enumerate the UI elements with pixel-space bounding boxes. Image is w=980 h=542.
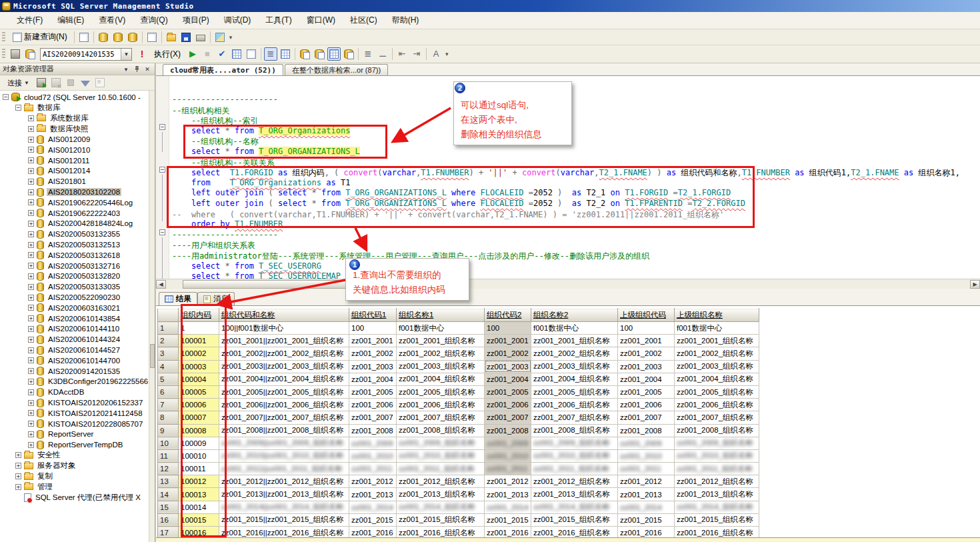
grid-cell[interactable]: zz001_2009: [485, 437, 531, 449]
tree-expander-icon[interactable]: +: [28, 431, 34, 437]
tree-expander-icon[interactable]: +: [28, 263, 34, 269]
tree-expander-icon[interactable]: +: [28, 221, 34, 227]
grid-cell[interactable]: zz001_2001_组织名称: [531, 335, 618, 347]
tree-item[interactable]: +AIS20200610143854: [0, 313, 149, 324]
tree-item[interactable]: +AIS20200522090230: [0, 292, 149, 303]
increase-indent-icon[interactable]: ⇥: [410, 47, 423, 61]
column-header[interactable]: 组织代码和名称: [219, 309, 349, 322]
grid-cell[interactable]: zz001_2012: [485, 475, 531, 488]
sql-editor[interactable]: − − − ------------------------组织机构相关 --组…: [156, 75, 980, 279]
tree-expander-icon[interactable]: +: [15, 473, 21, 479]
scrollbar-thumb[interactable]: [183, 280, 369, 289]
tree-item[interactable]: +AIS0012009: [0, 134, 149, 145]
tree-expander-icon[interactable]: +: [28, 179, 34, 185]
grid-cell[interactable]: zz001_2009_组织名称: [531, 437, 618, 449]
disconnect-icon[interactable]: [23, 47, 37, 61]
tree-expander-icon[interactable]: +: [28, 189, 34, 195]
connect-button[interactable]: 连接 ▼: [3, 76, 33, 89]
grid-cell[interactable]: zz001_2001: [485, 335, 531, 347]
row-number-cell[interactable]: 16: [158, 513, 179, 526]
grid-cell[interactable]: zz001_2010_组织名称: [675, 449, 759, 462]
object-explorer-scrollbar[interactable]: [149, 91, 155, 542]
tree-expander-icon[interactable]: +: [28, 157, 34, 163]
results-to-text-icon[interactable]: [313, 47, 326, 61]
row-number-cell[interactable]: 7: [158, 399, 179, 411]
results-grid[interactable]: 组织内码组织代码和名称组织代码1组织名称1组织代码2组织名称2上级组织代码上级组…: [157, 308, 759, 537]
tree-item[interactable]: +管理: [0, 481, 149, 492]
grid-cell[interactable]: 100: [618, 322, 675, 335]
tree-item[interactable]: +AIS20200503132820: [0, 271, 149, 282]
row-number-cell[interactable]: 15: [158, 501, 179, 513]
tree-expander-icon[interactable]: +: [28, 231, 34, 237]
results-tab-results[interactable]: 结果: [159, 292, 197, 305]
grid-cell[interactable]: zz001_2003: [618, 360, 675, 373]
grid-cell[interactable]: zz001_2004_组织名称: [675, 373, 759, 385]
tree-item[interactable]: +AIS20200914201535: [0, 366, 149, 377]
grid-cell[interactable]: zz001_2010||zz001_2010_组织名称: [219, 449, 349, 462]
grid-cell[interactable]: zz001_2008: [618, 424, 675, 437]
grid-cell[interactable]: zz001_2007: [618, 411, 675, 424]
tree-item[interactable]: −cloud72 (SQL Server 10.50.1600 -: [0, 92, 149, 103]
tree-expander-icon[interactable]: +: [28, 400, 34, 406]
menu-item[interactable]: 查看(V): [91, 13, 133, 28]
row-number-cell[interactable]: 14: [158, 488, 179, 501]
grid-cell[interactable]: zz001_2008||zz001_2008_组织名称: [219, 424, 349, 437]
print-icon[interactable]: [194, 31, 207, 44]
grid-cell[interactable]: zz001_2002||zz001_2002_组织名称: [219, 347, 349, 360]
grid-cell[interactable]: zz001_2006: [349, 399, 397, 411]
tree-item[interactable]: +AIS201801: [0, 176, 149, 187]
execute-button[interactable]: 执行(X): [150, 47, 185, 61]
grid-cell[interactable]: f001数据中心: [531, 322, 618, 335]
grid-cell[interactable]: zz001_2005||zz001_2005_组织名称: [219, 385, 349, 398]
grid-cell[interactable]: zz001_2006_组织名称: [675, 399, 759, 411]
grid-cell[interactable]: zz001_2011: [485, 463, 531, 475]
grid-cell[interactable]: zz001_2016: [618, 527, 675, 538]
grid-cell[interactable]: zz001_2016||zz001_2016_组织名称: [219, 527, 349, 538]
document-tab[interactable]: 在整个数据库检索...or (87)): [285, 64, 388, 75]
combo-dropdown-icon[interactable]: ▼: [121, 49, 131, 60]
tree-item[interactable]: +KDAcctDB: [0, 387, 149, 397]
grid-cell[interactable]: zz001_2014: [618, 501, 675, 513]
tree-item[interactable]: SQL Server 代理(已禁用代理 X: [0, 492, 149, 503]
new-query-button[interactable]: 新建查询(N): [9, 31, 71, 44]
grid-cell[interactable]: zz001_2006_组织名称: [397, 399, 485, 411]
copy-page-icon[interactable]: [145, 31, 159, 44]
tree-expander-icon[interactable]: +: [28, 368, 34, 374]
grid-cell[interactable]: zz001_2011: [618, 463, 675, 475]
grid-cell[interactable]: zz001_2016: [485, 527, 531, 538]
grid-cell[interactable]: zz001_2004: [485, 373, 531, 385]
row-number-cell[interactable]: 2: [158, 335, 179, 347]
toolbar-overflow-icon[interactable]: ▾: [227, 34, 235, 41]
row-number-cell[interactable]: 5: [158, 373, 179, 385]
open-folder-icon[interactable]: [165, 31, 178, 44]
tree-item[interactable]: +AIS20200610144527: [0, 345, 149, 355]
tree-item[interactable]: +KISTOAIS20120206152337: [0, 397, 149, 408]
grid-cell[interactable]: zz001_2015_组织名称: [531, 513, 618, 526]
row-number-cell[interactable]: 17: [158, 527, 179, 538]
tree-item[interactable]: +AIS20200503132513: [0, 239, 149, 250]
tree-expander-icon[interactable]: +: [28, 379, 34, 385]
org-code-cell[interactable]: 100008: [179, 424, 219, 437]
object-explorer-tree[interactable]: −cloud72 (SQL Server 10.50.1600 -−数据库+系统…: [0, 91, 149, 542]
grid-cell[interactable]: zz001_2007_组织名称: [675, 411, 759, 424]
tree-item[interactable]: +KISTOAIS20120214112458: [0, 408, 149, 419]
tree-expander-icon[interactable]: +: [28, 284, 34, 290]
available-databases-combo[interactable]: AIS20200914201535 ▼: [40, 48, 132, 61]
tree-item[interactable]: +服务器对象: [0, 461, 149, 471]
menu-item[interactable]: 帮助(H): [385, 13, 427, 28]
grid-cell[interactable]: zz001_2015: [485, 513, 531, 526]
tree-item[interactable]: −数据库: [0, 103, 149, 113]
grid-cell[interactable]: zz001_2005_组织名称: [397, 385, 485, 398]
tree-item[interactable]: +系统数据库: [0, 113, 149, 124]
org-code-cell[interactable]: 100015: [179, 513, 219, 526]
grid-cell[interactable]: zz001_2009||zz001_2009_组织名称: [219, 437, 349, 449]
row-number-cell[interactable]: 3: [158, 347, 179, 360]
row-number-cell[interactable]: 10: [158, 437, 179, 449]
grid-cell[interactable]: zz001_2014: [349, 501, 397, 513]
toolbar-grip[interactable]: [2, 32, 5, 43]
grid-cell[interactable]: zz001_2012_组织名称: [531, 475, 618, 488]
tree-item[interactable]: +KISTOAIS20120228085707: [0, 419, 149, 429]
grid-cell[interactable]: zz001_2013_组织名称: [531, 488, 618, 501]
org-code-cell[interactable]: 100009: [179, 437, 219, 449]
org-code-cell[interactable]: 100012: [179, 475, 219, 488]
